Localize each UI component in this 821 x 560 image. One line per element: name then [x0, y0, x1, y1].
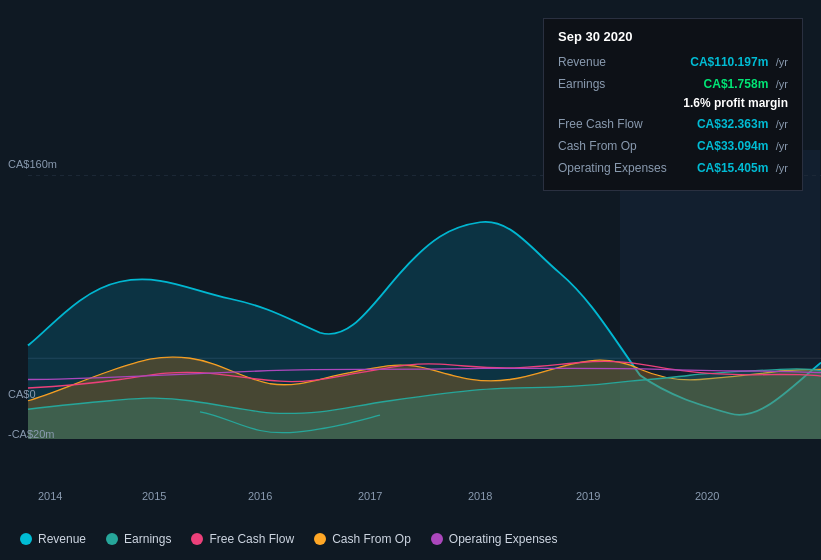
x-label-2016: 2016 — [248, 490, 272, 502]
legend-dot-fcf — [191, 533, 203, 545]
legend-label-fcf: Free Cash Flow — [209, 532, 294, 546]
tooltip-row-earnings: Earnings CA$1.758m /yr — [558, 74, 788, 92]
chart-container: Sep 30 2020 Revenue CA$110.197m /yr Earn… — [0, 0, 821, 560]
tooltip-unit-opex: /yr — [776, 162, 788, 174]
legend-label-earnings: Earnings — [124, 532, 171, 546]
y-label-top: CA$160m — [8, 158, 57, 170]
legend-item-cashop[interactable]: Cash From Op — [314, 532, 411, 546]
legend-label-opex: Operating Expenses — [449, 532, 558, 546]
legend-item-fcf[interactable]: Free Cash Flow — [191, 532, 294, 546]
legend-dot-revenue — [20, 533, 32, 545]
tooltip-date: Sep 30 2020 — [558, 29, 788, 44]
tooltip-label-cashop: Cash From Op — [558, 139, 668, 153]
tooltip-label-earnings: Earnings — [558, 77, 668, 91]
tooltip-value-fcf: CA$32.363m — [697, 117, 768, 131]
chart-legend: Revenue Earnings Free Cash Flow Cash Fro… — [20, 532, 558, 546]
tooltip-profit-margin: 1.6% profit margin — [683, 96, 788, 110]
x-label-2020: 2020 — [695, 490, 719, 502]
legend-label-cashop: Cash From Op — [332, 532, 411, 546]
main-chart — [0, 150, 821, 490]
tooltip-value-opex: CA$15.405m — [697, 161, 768, 175]
tooltip-unit-earnings: /yr — [776, 78, 788, 90]
x-label-2017: 2017 — [358, 490, 382, 502]
tooltip-value-cashop: CA$33.094m — [697, 139, 768, 153]
legend-dot-earnings — [106, 533, 118, 545]
y-label-zero: CA$0 — [8, 388, 36, 400]
tooltip-row-revenue: Revenue CA$110.197m /yr — [558, 52, 788, 70]
tooltip-value-earnings: CA$1.758m — [704, 77, 769, 91]
legend-dot-cashop — [314, 533, 326, 545]
legend-item-opex[interactable]: Operating Expenses — [431, 532, 558, 546]
tooltip-unit-cashop: /yr — [776, 140, 788, 152]
tooltip-unit-fcf: /yr — [776, 118, 788, 130]
tooltip-row-opex: Operating Expenses CA$15.405m /yr — [558, 158, 788, 176]
x-label-2015: 2015 — [142, 490, 166, 502]
y-label-neg: -CA$20m — [8, 428, 54, 440]
tooltip-value-revenue: CA$110.197m — [690, 55, 768, 69]
x-label-2018: 2018 — [468, 490, 492, 502]
legend-dot-opex — [431, 533, 443, 545]
tooltip-row-cashop: Cash From Op CA$33.094m /yr — [558, 136, 788, 154]
legend-item-earnings[interactable]: Earnings — [106, 532, 171, 546]
x-label-2014: 2014 — [38, 490, 62, 502]
legend-label-revenue: Revenue — [38, 532, 86, 546]
legend-item-revenue[interactable]: Revenue — [20, 532, 86, 546]
tooltip: Sep 30 2020 Revenue CA$110.197m /yr Earn… — [543, 18, 803, 191]
tooltip-unit-revenue: /yr — [776, 56, 788, 68]
tooltip-label-fcf: Free Cash Flow — [558, 117, 668, 131]
tooltip-label-opex: Operating Expenses — [558, 161, 668, 175]
tooltip-label-revenue: Revenue — [558, 55, 668, 69]
tooltip-row-fcf: Free Cash Flow CA$32.363m /yr — [558, 114, 788, 132]
tooltip-row-profit-margin: 1.6% profit margin — [558, 96, 788, 110]
x-label-2019: 2019 — [576, 490, 600, 502]
